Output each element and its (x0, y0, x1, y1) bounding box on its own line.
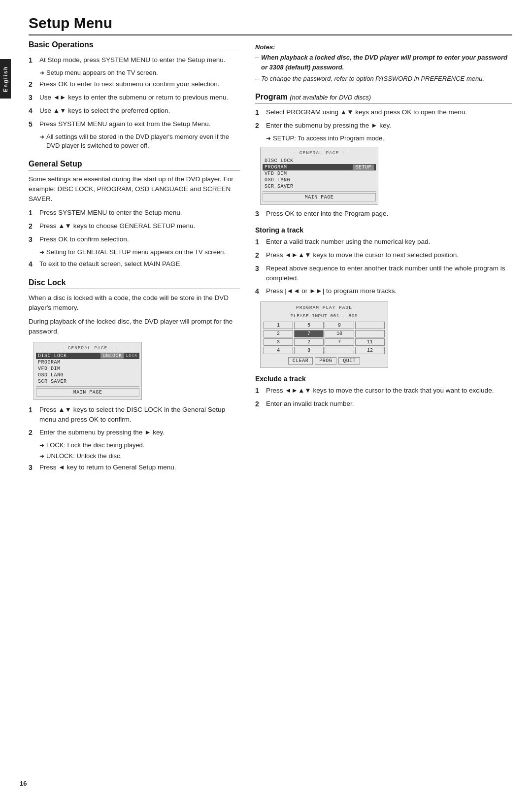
screen-row-disclock: DISC LOCK UNLOCK LOCK (36, 353, 139, 359)
screen-row-scr: SCR SAVER (36, 378, 139, 385)
step-item: Press ◄►▲▼ keys to move the cursor to th… (255, 386, 512, 396)
step-item: Use ▲▼ keys to select the preferred opti… (29, 106, 240, 116)
notes-title: Notes: (255, 43, 512, 51)
step-item: Enter an invalid track number. (255, 399, 512, 409)
step-item: Enter the submenu by pressing the ► key. (29, 428, 240, 438)
step-item: At Stop mode, press SYSTEM MENU to enter… (29, 55, 240, 66)
prog-screen-row-vfd: VFD DIM (263, 170, 376, 177)
program-step3: Press OK to enter into the Program page. (255, 209, 512, 219)
step-item: Press ◄ key to return to General Setup m… (29, 463, 240, 473)
right-column: Notes: When playback a locked disc, the … (255, 40, 512, 476)
prog-screen-row-scr: SCR SAVER (263, 183, 376, 190)
prog-play-screen: PROGRAM PLAY PAGE PLEASE INPUT 001---809… (260, 301, 388, 368)
step-item: Press OK to enter into the Program page. (255, 209, 512, 219)
arrow-lock: LOCK: Lock the disc being played. (39, 441, 240, 450)
exclude-track-steps: Press ◄►▲▼ keys to move the cursor to th… (255, 386, 512, 409)
prog-input-line: PLEASE INPUT 001---809 (264, 313, 385, 319)
prog-screen-row-osd: OSD LANG (263, 177, 376, 183)
page-number: 16 (20, 780, 27, 787)
arrow-note-2: All settings will be stored in the DVD p… (39, 133, 240, 150)
step-item: Select PROGRAM using ▲▼ keys and press O… (255, 107, 512, 118)
disc-lock-steps: Press ▲▼ keys to select the DISC LOCK in… (29, 405, 240, 438)
quit-button[interactable]: QUIT (338, 357, 360, 365)
disc-lock-screen: -- GENERAL PAGE -- DISC LOCK UNLOCK LOCK… (33, 342, 142, 400)
prog-screen-row-disclock: DISC LOCK (263, 158, 376, 164)
general-setup-intro: Some settings are essential during the s… (29, 174, 240, 204)
arrow-note-1: Setup menu appears on the TV screen. (39, 68, 240, 77)
prog-screen-header: -- GENERAL PAGE -- (263, 150, 376, 156)
step-item: Press OK to confirm selection. (29, 234, 240, 245)
notes-block: Notes: When playback a locked disc, the … (255, 43, 512, 84)
left-column: Basic Operations At Stop mode, press SYS… (29, 40, 240, 476)
clear-button[interactable]: CLEAR (288, 357, 313, 365)
prog-grid: 1 5 9 2 7 10 3 2 7 11 4 8 12 (264, 322, 385, 354)
basic-operations-steps: At Stop mode, press SYSTEM MENU to enter… (29, 55, 240, 66)
step-item: Press ▲▼ keys to select the DISC LOCK in… (29, 405, 240, 425)
general-setup-steps: Press SYSTEM MENU to enter the Setup men… (29, 208, 240, 245)
disc-lock-intro1: When a disc is locked with a code, the c… (29, 293, 240, 313)
step-item: Enter the submenu by pressing the ► key. (255, 121, 512, 131)
exclude-track-title: Exclude a track (255, 375, 512, 383)
prog-buttons: CLEAR PROG QUIT (264, 357, 385, 365)
step-item: Press OK to enter to next submenu or con… (29, 79, 240, 90)
storing-track-title: Storing a track (255, 226, 512, 234)
step-item: Press SYSTEM MENU to enter the Setup men… (29, 208, 240, 218)
step-item: Press SYSTEM MENU again to exit from the… (29, 119, 240, 130)
page-title: Setup Menu (29, 15, 512, 35)
program-steps: Select PROGRAM using ▲▼ keys and press O… (255, 107, 512, 131)
disc-lock-step3: Press ◄ key to return to General Setup m… (29, 463, 240, 473)
program-screen: -- GENERAL PAGE -- DISC LOCK PROGRAM SET… (260, 147, 378, 205)
notes-list: When playback a locked disc, the DVD pla… (255, 53, 512, 84)
step-item: To exit to the default screen, select MA… (29, 259, 240, 269)
general-setup-title: General Setup (29, 160, 240, 170)
disc-lock-intro2: During playback of the locked disc, the … (29, 317, 240, 337)
disc-lock-title: Disc Lock (29, 278, 240, 289)
step-item: Repeat above sequence to enter another t… (255, 264, 512, 284)
english-tab: English (0, 59, 11, 99)
prog-button[interactable]: PROG (315, 357, 336, 365)
step-item: Press ▲▼ keys to choose GENERAL SETUP me… (29, 221, 240, 232)
screen-footer: MAIN PAGE (36, 388, 139, 397)
step-item: Use ◄► keys to enter the submenu or retu… (29, 93, 240, 103)
note-item-1: When playback a locked disc, the DVD pla… (255, 53, 512, 72)
step-item: Enter a valid track number using the num… (255, 237, 512, 247)
screen-header: -- GENERAL PAGE -- (36, 345, 139, 351)
basic-operations-title: Basic Operations (29, 40, 240, 51)
screen-row-osd: OSD LANG (36, 372, 139, 378)
step-item: Press ◄►▲▼ keys to move the cursor to ne… (255, 250, 512, 261)
screen-row-vfd: VFD DIM (36, 365, 139, 372)
note-item-2: To change the password, refer to option … (255, 74, 512, 84)
arrow-program-setup: SETUP: To access into Program mode. (266, 134, 512, 143)
program-title: Program (not available for DVD discs) (255, 93, 512, 103)
screen-row-program: PROGRAM (36, 359, 139, 365)
arrow-unlock: UNLOCK: Unlock the disc. (39, 452, 240, 461)
storing-track-steps: Enter a valid track number using the num… (255, 237, 512, 297)
basic-operations-steps-2: Press OK to enter to next submenu or con… (29, 79, 240, 130)
step-item: Press |◄◄ or ►►| to program more tracks. (255, 286, 512, 297)
general-setup-step4: To exit to the default screen, select MA… (29, 259, 240, 269)
prog-screen-row-program: PROGRAM SETUP (263, 164, 376, 170)
prog-play-header: PROGRAM PLAY PAGE (264, 305, 385, 310)
arrow-note-general-setup: Setting for GENERAL SETUP menu appears o… (39, 248, 240, 257)
prog-screen-footer: MAIN PAGE (263, 193, 376, 201)
